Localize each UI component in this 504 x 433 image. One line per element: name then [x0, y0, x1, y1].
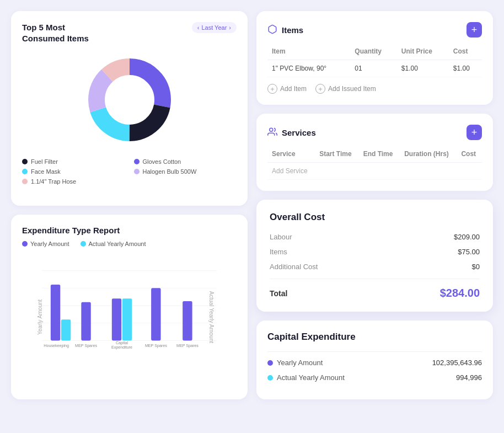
services-title-text: Services	[282, 128, 316, 137]
col-duration: Duration (Hrs)	[400, 148, 457, 163]
items-actions: + Add Item + Add Issued Item	[267, 84, 482, 94]
expenditure-title: Expenditure Type Report	[22, 226, 237, 235]
add-item-icon: +	[267, 84, 277, 94]
items-cost-row: Items $75.00	[270, 248, 480, 256]
exp-actual-label: Actual Yearly Amount	[89, 240, 146, 247]
capex-actual-text: Actual Yearly Amount	[277, 373, 345, 382]
svg-rect-18	[183, 301, 192, 340]
svg-text:MEP Spares: MEP Spares	[176, 344, 199, 348]
item-cost: $1.00	[449, 60, 482, 77]
svg-rect-12	[51, 284, 60, 340]
right-column: Items + Item Quantity Unit Price Cost 1"…	[256, 11, 493, 399]
item-quantity: 01	[350, 60, 396, 77]
services-icon	[267, 127, 277, 138]
legend-dot-halogen	[134, 169, 140, 174]
exp-actual-dot	[81, 241, 86, 247]
legend-dot-face	[22, 169, 28, 174]
items-title: Items	[267, 24, 303, 36]
capex-divider	[267, 351, 482, 352]
svg-rect-17	[151, 288, 160, 340]
col-unit-price: Unit Price	[397, 45, 449, 60]
col-service: Service	[267, 148, 315, 163]
services-table: Service Start Time End Time Duration (Hr…	[267, 148, 482, 180]
svg-rect-14	[81, 302, 90, 340]
add-issued-link[interactable]: + Add Issued Item	[315, 84, 376, 94]
col-cost: Cost	[449, 45, 482, 60]
top5-legend: Fuel Filter Gloves Cotton Face Mask Halo…	[22, 158, 237, 185]
exp-legend-yearly: Yearly Amount	[22, 240, 69, 247]
top5-title: Top 5 MostConsumed Items	[22, 22, 89, 44]
item-unit-price: $1.00	[397, 60, 449, 77]
oc-divider	[270, 279, 480, 279]
col-start: Start Time	[315, 148, 359, 163]
legend-label-trap: 1.1/4" Trap Hose	[31, 178, 76, 185]
add-item-link[interactable]: + Add Item	[267, 84, 307, 94]
donut-svg	[80, 50, 179, 149]
capex-yearly-row: Yearly Amount 102,395,643.96	[267, 359, 482, 367]
top5-card: Top 5 MostConsumed Items ‹ Last Year ›	[11, 11, 248, 206]
exp-legend-actual: Actual Yearly Amount	[81, 240, 146, 247]
y-axis-left-label: Yearly Amount	[37, 300, 43, 335]
capex-yearly-dot	[267, 360, 273, 366]
services-add-button[interactable]: +	[467, 125, 482, 140]
items-card: Items + Item Quantity Unit Price Cost 1"…	[256, 11, 493, 105]
overall-cost-card: Overall Cost Labour $209.00 Items $75.00…	[256, 200, 493, 312]
year-badge[interactable]: ‹ Last Year ›	[192, 22, 237, 33]
additional-row: Additional Cost $0	[270, 263, 480, 271]
legend-label-fuel: Fuel Filter	[31, 158, 58, 165]
svg-text:Capital: Capital	[116, 340, 128, 345]
additional-label: Additional Cost	[270, 263, 318, 271]
svg-text:Expenditure: Expenditure	[111, 345, 132, 349]
y-axis-right-label: Actual Yearly Amount	[208, 291, 215, 344]
capex-actual-row: Actual Yearly Amount 994,996	[267, 373, 482, 382]
labour-row: Labour $209.00	[270, 233, 480, 241]
capex-actual-label: Actual Yearly Amount	[267, 373, 345, 382]
capex-yearly-text: Yearly Amount	[277, 359, 323, 367]
svg-rect-15	[112, 298, 121, 340]
legend-item: Halogen Bulb 500W	[134, 168, 237, 175]
svg-text:MEP Spares: MEP Spares	[145, 344, 167, 348]
bar-chart-container: Yearly Amount Actual Yearly Amount	[22, 256, 237, 379]
expenditure-card: Expenditure Type Report Yearly Amount Ac…	[11, 215, 248, 400]
capex-card: Capital Expenditure Yearly Amount 102,39…	[256, 320, 493, 399]
items-title-text: Items	[282, 25, 303, 35]
legend-item: 1.1/4" Trap Hose	[22, 178, 125, 185]
col-end: End Time	[359, 148, 400, 163]
svg-rect-16	[122, 298, 132, 340]
legend-item: Gloves Cotton	[134, 158, 237, 165]
items-add-button[interactable]: +	[467, 22, 482, 38]
legend-label-gloves: Gloves Cotton	[143, 158, 181, 165]
capex-actual-value: 994,996	[456, 373, 482, 382]
col-quantity: Quantity	[350, 45, 396, 60]
add-issued-label: Add Issued Item	[328, 85, 376, 93]
svg-text:Housekeeping: Housekeeping	[44, 344, 69, 348]
bar-chart-svg: Housekeeping MEP Spares Capital Expendit…	[42, 256, 217, 355]
total-row: Total $284.00	[270, 287, 480, 300]
legend-dot-trap	[22, 179, 28, 184]
exp-yearly-dot	[22, 241, 28, 247]
add-service-cell: Add Service	[267, 163, 315, 180]
legend-dot-gloves	[134, 159, 140, 164]
legend-dot-fuel	[22, 159, 28, 164]
items-table: Item Quantity Unit Price Cost 1" PVC Elb…	[267, 45, 482, 77]
add-issued-icon: +	[315, 84, 325, 94]
add-item-label: Add Item	[280, 85, 307, 93]
capex-yearly-label: Yearly Amount	[267, 359, 323, 367]
services-title: Services	[267, 127, 316, 138]
legend-label-face: Face Mask	[31, 168, 61, 175]
services-header: Services +	[267, 125, 482, 140]
add-service-row[interactable]: Add Service	[267, 163, 482, 180]
legend-item: Fuel Filter	[22, 158, 125, 165]
table-row: 1" PVC Elbow, 90° 01 $1.00 $1.00	[267, 60, 482, 77]
services-card: Services + Service Start Time End Time D…	[256, 114, 493, 191]
col-item: Item	[267, 45, 350, 60]
items-icon	[267, 24, 277, 36]
total-label: Total	[270, 289, 287, 298]
top5-header: Top 5 MostConsumed Items ‹ Last Year ›	[22, 22, 237, 44]
items-cost-value: $75.00	[458, 248, 480, 256]
col-cost: Cost	[457, 148, 482, 163]
svg-rect-13	[61, 319, 71, 340]
legend-label-halogen: Halogen Bulb 500W	[143, 168, 197, 175]
items-cost-label: Items	[270, 248, 287, 256]
capex-title: Capital Expenditure	[267, 332, 482, 343]
